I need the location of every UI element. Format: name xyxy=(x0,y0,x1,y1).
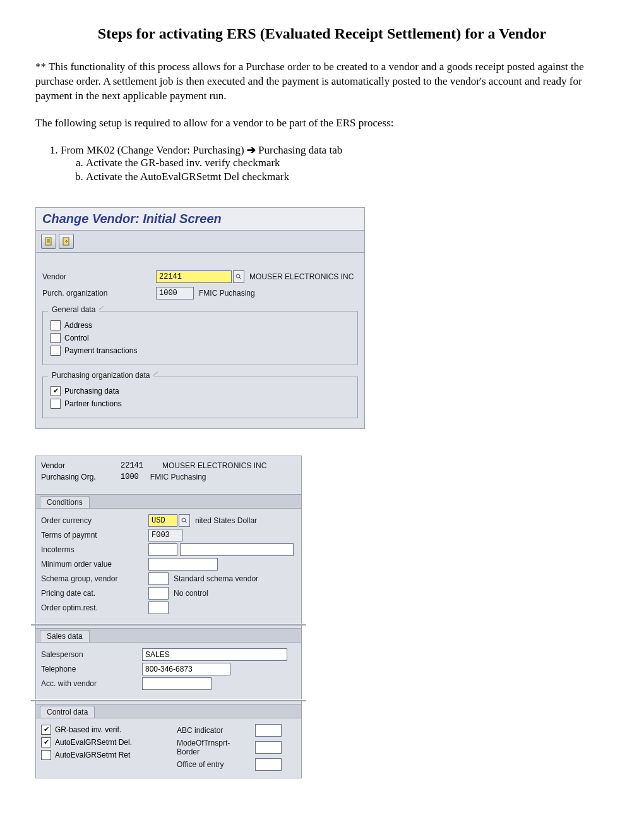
incoterms-input-1[interactable] xyxy=(148,543,177,556)
hdr-vendor-value: 22141 xyxy=(121,461,143,470)
pricing-date-cat-text: No control xyxy=(174,589,208,598)
porg-input[interactable]: 1000 xyxy=(156,287,194,299)
step-1-text-post: Purchasing data tab xyxy=(256,144,342,156)
office-of-entry-label: Office of entry xyxy=(177,760,253,769)
salesperson-label: Salesperson xyxy=(41,650,142,659)
step-1-text-pre: From MK02 (Change Vendor: Purchasing) xyxy=(61,144,247,156)
svg-rect-0 xyxy=(45,238,51,245)
abc-indicator-input[interactable] xyxy=(255,724,282,737)
sap-toolbar xyxy=(36,231,364,253)
search-help-icon xyxy=(181,517,188,524)
gr-based-inv-verif-label: GR-based inv. verif. xyxy=(55,725,121,734)
separator xyxy=(31,699,306,701)
salesperson-input[interactable]: SALES xyxy=(142,648,287,661)
purchasing-org-data-group-label: Purchasing organization data xyxy=(48,371,153,380)
mode-of-trnsprt-border-input[interactable] xyxy=(255,741,282,754)
order-currency-search-button[interactable] xyxy=(179,514,190,527)
vendor-input[interactable]: 22141 xyxy=(156,270,232,283)
control-label: Control xyxy=(64,334,89,342)
payment-transactions-label: Payment transactions xyxy=(64,346,137,355)
pricing-date-cat-input[interactable] xyxy=(148,587,169,600)
purchasing-data-label: Purchasing data xyxy=(64,387,119,396)
intro-paragraph-1: ** This functionality of this process al… xyxy=(35,60,609,104)
control-checkbox[interactable] xyxy=(51,333,61,343)
autoevalgrsetmt-del-label: AutoEvalGRSetmt Del. xyxy=(55,738,132,747)
address-checkbox[interactable] xyxy=(51,320,61,330)
telephone-label: Telephone xyxy=(41,665,142,674)
gr-based-inv-verif-checkbox[interactable] xyxy=(41,725,51,735)
document-arrow-icon xyxy=(62,237,71,246)
general-data-group: General data Address Control Payment tra… xyxy=(42,311,358,365)
porg-label: Purch. organization xyxy=(42,289,156,298)
step-1b: Activate the AutoEvalGRSetmt Del checkma… xyxy=(86,171,609,183)
general-data-group-label: General data xyxy=(48,305,99,314)
svg-line-6 xyxy=(239,277,241,279)
order-currency-label: Order currency xyxy=(41,516,148,525)
purchasing-data-checkbox[interactable] xyxy=(51,386,61,396)
order-currency-input[interactable]: USD xyxy=(148,514,177,527)
intro-paragraph-2: The following setup is required to allow… xyxy=(35,116,609,131)
order-optim-rest-input[interactable] xyxy=(148,601,169,614)
order-optim-rest-label: Order optim.rest. xyxy=(41,603,148,612)
address-label: Address xyxy=(64,321,92,330)
hdr-porg-label: Purchasing Org. xyxy=(41,473,117,481)
tab-conditions[interactable]: Conditions xyxy=(40,496,90,508)
schema-group-vendor-label: Schema group, vendor xyxy=(41,574,148,583)
hdr-vendor-label: Vendor xyxy=(41,461,117,470)
toolbar-button-2[interactable] xyxy=(59,234,74,249)
page-title: Steps for activating ERS (Evaluated Rece… xyxy=(35,25,609,42)
purchasing-org-data-group: Purchasing organization data Purchasing … xyxy=(42,377,358,418)
terms-of-paymnt-label: Terms of paymnt xyxy=(41,531,148,540)
document-icon xyxy=(44,237,53,246)
partner-functions-checkbox[interactable] xyxy=(51,399,61,409)
hdr-porg-value: 1000 xyxy=(121,473,139,481)
toolbar-button-1[interactable] xyxy=(41,234,56,249)
vendor-search-button[interactable] xyxy=(233,270,244,283)
vendor-label: Vendor xyxy=(42,272,156,281)
vendor-name-text: MOUSER ELECTRONICS INC xyxy=(249,272,354,281)
telephone-input[interactable]: 800-346-6873 xyxy=(142,663,230,675)
terms-of-paymnt-input[interactable]: F003 xyxy=(148,529,182,541)
partner-functions-label: Partner functions xyxy=(64,399,122,408)
tab-sales-data[interactable]: Sales data xyxy=(40,630,90,642)
acc-with-vendor-input[interactable] xyxy=(142,677,212,690)
payment-transactions-checkbox[interactable] xyxy=(51,346,61,356)
incoterms-input-2[interactable] xyxy=(180,543,294,556)
hdr-vendor-name: MOUSER ELECTRONICS INC xyxy=(162,461,266,470)
hdr-porg-name: FMIC Puchasing xyxy=(150,473,206,481)
mode-of-trnsprt-border-label: ModeOfTrnsprt-Border xyxy=(177,739,253,756)
tab-control-data[interactable]: Control data xyxy=(40,706,95,718)
porg-name-text: FMIC Puchasing xyxy=(199,289,255,298)
sap-screen-title: Change Vendor: Initial Screen xyxy=(36,208,364,231)
autoevalgrsetmt-ret-checkbox[interactable] xyxy=(41,750,51,760)
abc-indicator-label: ABC indicator xyxy=(177,726,253,735)
min-order-value-label: Minimum order value xyxy=(41,560,148,569)
svg-line-8 xyxy=(185,521,187,523)
pricing-date-cat-label: Pricing date cat. xyxy=(41,589,148,598)
order-currency-name: nited States Dollar xyxy=(195,516,257,525)
step-1: From MK02 (Change Vendor: Purchasing) ➔ … xyxy=(61,143,609,183)
incoterms-label: Incoterms xyxy=(41,545,148,554)
separator xyxy=(31,624,306,626)
schema-group-vendor-input[interactable] xyxy=(148,572,169,585)
arrow-right-icon: ➔ xyxy=(247,144,256,156)
step-1a: Activate the GR-based inv. verify checkm… xyxy=(86,157,609,169)
schema-group-vendor-text: Standard schema vendor xyxy=(174,574,258,583)
sap-purchasing-data-screen: Vendor 22141 MOUSER ELECTRONICS INC Purc… xyxy=(35,456,302,778)
min-order-value-input[interactable] xyxy=(148,558,218,571)
autoevalgrsetmt-del-checkbox[interactable] xyxy=(41,737,51,747)
autoevalgrsetmt-ret-label: AutoEvalGRSetmt Ret xyxy=(55,751,130,759)
search-help-icon xyxy=(236,274,242,280)
acc-with-vendor-label: Acc. with vendor xyxy=(41,679,142,688)
sap-initial-screen: Change Vendor: Initial Screen Vendor 221… xyxy=(35,207,365,429)
office-of-entry-input[interactable] xyxy=(255,758,282,771)
